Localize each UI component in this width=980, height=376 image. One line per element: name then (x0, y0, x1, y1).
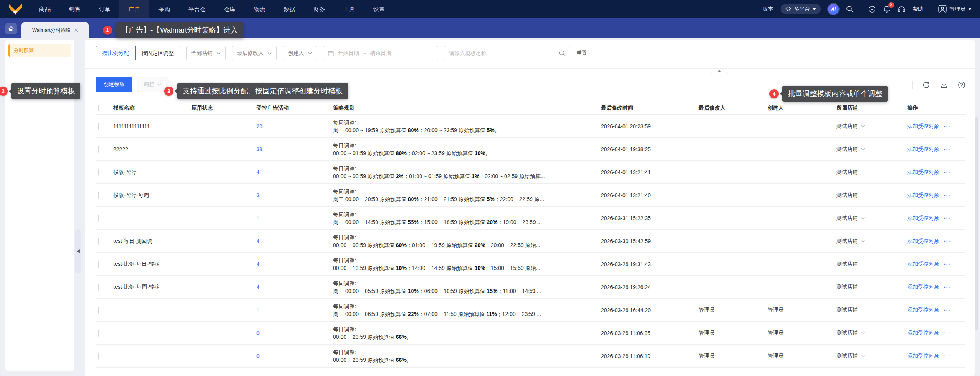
topnav-item[interactable]: 采购 (149, 0, 179, 18)
more-actions-icon[interactable]: ··· (944, 146, 951, 152)
headset-support-icon[interactable] (898, 5, 905, 13)
add-controlled-object-link[interactable]: 添加受控对象 (907, 215, 939, 222)
topnav-item[interactable]: 数据 (274, 0, 304, 18)
add-controlled-object-link[interactable]: 添加受控对象 (907, 146, 939, 153)
app-logo-fox-icon[interactable] (7, 3, 24, 16)
row-checkbox[interactable] (98, 330, 99, 337)
notifications-bell-icon[interactable]: 3 (883, 5, 890, 13)
modifier-filter-dropdown[interactable]: 最后修改人 (232, 46, 277, 60)
row-checkbox[interactable] (98, 146, 99, 153)
select-all-checkbox[interactable] (98, 105, 99, 111)
create-template-button[interactable]: 创建模板 (96, 77, 132, 92)
campaign-count-link[interactable]: 0 (256, 353, 260, 359)
more-actions-icon[interactable]: ··· (944, 169, 951, 175)
store-cell[interactable]: 测试店铺 (836, 169, 907, 176)
campaign-count-link[interactable]: 3 (256, 192, 260, 198)
rule-title: 每日调整: (333, 142, 592, 149)
add-controlled-object-link[interactable]: 添加受控对象 (907, 353, 939, 360)
row-checkbox[interactable] (98, 215, 99, 222)
more-actions-icon[interactable]: ··· (944, 192, 951, 198)
more-actions-icon[interactable]: ··· (944, 284, 951, 290)
add-controlled-object-link[interactable]: 添加受控对象 (907, 123, 939, 130)
topnav-item[interactable]: 商品 (30, 0, 60, 18)
sidebar-collapse-handle[interactable] (75, 229, 81, 273)
campaign-count-link[interactable]: 20 (256, 123, 263, 129)
topnav-item[interactable]: 财务 (304, 0, 334, 18)
campaign-count-link[interactable]: 4 (256, 261, 260, 267)
topnav-item[interactable]: 销售 (60, 0, 90, 18)
vertical-scrollbar[interactable] (975, 117, 978, 330)
home-button[interactable] (5, 23, 17, 34)
mode-tab-fixed[interactable]: 按固定值调整 (135, 46, 180, 60)
creator-filter-dropdown[interactable]: 创建人 (283, 46, 317, 60)
search-icon[interactable] (846, 5, 853, 13)
more-actions-icon[interactable]: ··· (944, 123, 951, 129)
row-checkbox[interactable] (98, 307, 99, 314)
more-actions-icon[interactable]: ··· (944, 238, 951, 244)
date-range-picker[interactable]: 开始日期 ~ 结束日期 (323, 46, 438, 60)
campaign-count-link[interactable]: 38 (256, 146, 263, 152)
row-checkbox[interactable] (98, 238, 99, 245)
refresh-icon[interactable] (923, 81, 930, 89)
add-controlled-object-link[interactable]: 添加受控对象 (907, 169, 939, 176)
store-cell[interactable]: 测试店铺 (836, 307, 907, 314)
adjust-dropdown-button[interactable]: 调整 (137, 77, 168, 92)
add-controlled-object-link[interactable]: 添加受控对象 (907, 192, 939, 199)
ai-assistant-button[interactable]: AI (828, 4, 839, 15)
store-cell[interactable]: 测试店铺 (836, 330, 907, 337)
reset-button[interactable]: 重置 (577, 50, 587, 57)
store-cell[interactable]: 测试店铺 (836, 238, 907, 245)
platform-switcher[interactable]: 多平台 (781, 4, 821, 14)
campaign-count-link[interactable]: 1 (256, 307, 260, 313)
tab-walmart-timeshare[interactable]: Walmart分时策略 (21, 22, 89, 38)
more-actions-icon[interactable]: ··· (944, 307, 951, 313)
campaign-count-link[interactable]: 4 (256, 169, 260, 175)
topnav-item[interactable]: 广告 (119, 0, 149, 18)
topnav-item[interactable]: 仓库 (215, 0, 245, 18)
row-checkbox[interactable] (98, 353, 99, 360)
version-label[interactable]: 版本 (763, 6, 773, 13)
template-search-input[interactable] (449, 50, 559, 56)
export-download-icon[interactable] (940, 81, 948, 89)
help-circle-icon[interactable] (958, 81, 965, 89)
more-actions-icon[interactable]: ··· (944, 215, 951, 221)
close-icon[interactable] (74, 28, 78, 32)
campaign-count-link[interactable]: 4 (256, 238, 260, 244)
store-cell[interactable]: 测试店铺 (836, 284, 907, 291)
row-checkbox[interactable] (98, 261, 99, 268)
user-menu[interactable]: 管理员 (938, 5, 972, 13)
add-controlled-object-link[interactable]: 添加受控对象 (907, 261, 939, 268)
campaign-count-link[interactable]: 0 (256, 330, 260, 336)
mode-tab-ratio[interactable]: 按比例分配 (96, 46, 136, 60)
store-cell[interactable]: 测试店铺 (836, 192, 907, 199)
add-controlled-object-link[interactable]: 添加受控对象 (907, 284, 939, 291)
topnav-item[interactable]: 工具 (334, 0, 364, 18)
store-cell[interactable]: 测试店铺 (836, 146, 907, 153)
topnav-item[interactable]: 订单 (90, 0, 119, 18)
row-checkbox[interactable] (98, 123, 99, 130)
add-controlled-object-link[interactable]: 添加受控对象 (907, 330, 939, 337)
filter-collapse-button[interactable] (710, 69, 728, 74)
store-cell[interactable]: 测试店铺 (836, 215, 907, 222)
topnav-item[interactable]: 设置 (364, 0, 394, 18)
help-label[interactable]: 帮助 (913, 6, 923, 13)
search-icon[interactable] (559, 50, 565, 57)
campaign-count-link[interactable]: 4 (256, 284, 260, 290)
topnav-item[interactable]: 物流 (245, 0, 274, 18)
campaign-count-link[interactable]: 1 (256, 215, 260, 221)
more-actions-icon[interactable]: ··· (944, 261, 951, 267)
store-cell[interactable]: 测试店铺 (836, 261, 907, 268)
row-checkbox[interactable] (98, 169, 99, 176)
row-checkbox[interactable] (98, 284, 99, 291)
more-actions-icon[interactable]: ··· (944, 353, 951, 359)
add-controlled-object-link[interactable]: 添加受控对象 (907, 307, 939, 314)
more-actions-icon[interactable]: ··· (944, 330, 951, 336)
sidebar-item-hourly-budget[interactable]: 分时预算 (8, 44, 71, 57)
store-cell[interactable]: 测试店铺 (836, 353, 907, 360)
store-filter-dropdown[interactable]: 全部店铺 (186, 46, 226, 60)
download-circle-icon[interactable] (868, 5, 876, 13)
topnav-item[interactable]: 平台仓 (179, 0, 215, 18)
add-controlled-object-link[interactable]: 添加受控对象 (907, 238, 939, 245)
store-cell[interactable]: 测试店铺 (836, 123, 907, 130)
row-checkbox[interactable] (98, 192, 99, 199)
